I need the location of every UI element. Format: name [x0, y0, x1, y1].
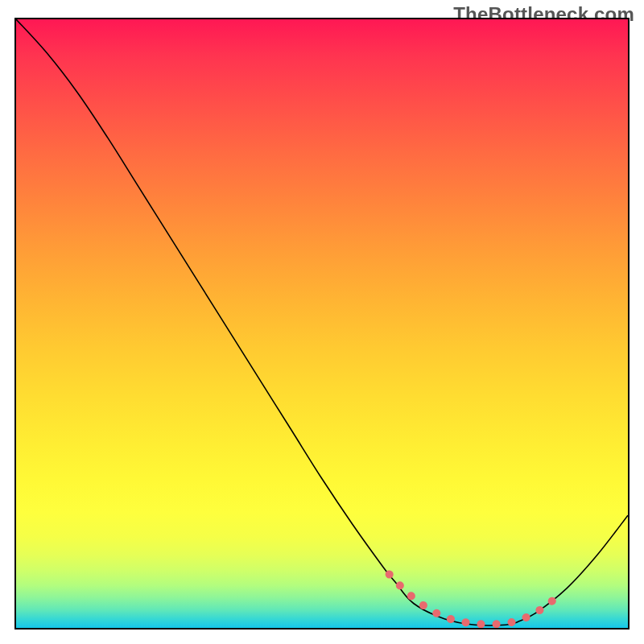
chart-canvas: TheBottleneck.com — [0, 0, 644, 644]
plot-area — [14, 18, 630, 630]
bottleneck-curve — [16, 19, 628, 625]
chart-svg — [16, 19, 628, 628]
